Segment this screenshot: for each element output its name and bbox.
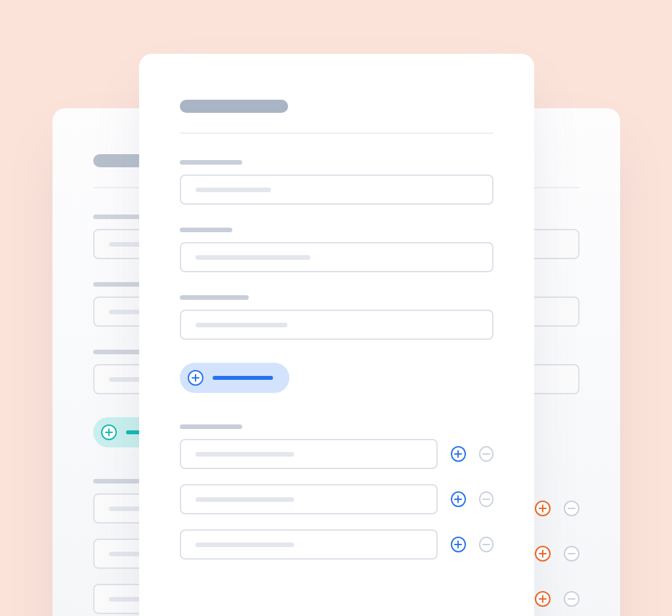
minus-circle-icon[interactable] (479, 537, 494, 552)
text-input[interactable]: value (180, 310, 494, 340)
add-item-label: Add item (213, 376, 273, 380)
form-title: Form Title (180, 100, 288, 113)
input-placeholder: item 3 (196, 543, 294, 547)
form-card-front: Form Title Field A value Field B value F… (139, 54, 534, 616)
minus-circle-icon[interactable] (479, 446, 494, 462)
list-row: item 1 (180, 439, 494, 469)
plus-circle-icon[interactable] (535, 591, 551, 607)
minus-circle-icon[interactable] (479, 491, 494, 507)
list-item-input[interactable]: item 3 (180, 529, 438, 560)
list-row: item 3 (180, 529, 494, 560)
minus-circle-icon[interactable] (564, 546, 579, 562)
field-label: Field A (180, 160, 242, 165)
input-placeholder: item 2 (196, 497, 294, 502)
text-input[interactable]: value (180, 175, 494, 205)
field-label: Field C (180, 295, 249, 300)
input-placeholder: value (196, 188, 271, 192)
input-placeholder: item 1 (196, 452, 294, 457)
list-item-input[interactable]: item 2 (180, 484, 438, 514)
list-row: item 2 (180, 484, 494, 514)
plus-circle-icon[interactable] (535, 546, 551, 562)
plus-circle-icon[interactable] (451, 491, 466, 507)
list-section-label: Items (180, 424, 242, 429)
plus-circle-icon[interactable] (451, 537, 466, 552)
list-item-input[interactable]: item 1 (180, 439, 438, 469)
divider (180, 133, 494, 134)
plus-circle-icon (188, 370, 203, 386)
input-placeholder: value (196, 323, 287, 327)
field-label: Field B (93, 282, 146, 287)
input-placeholder: value (196, 255, 310, 260)
minus-circle-icon[interactable] (564, 501, 579, 516)
add-item-button[interactable]: Add item (180, 363, 289, 393)
text-input[interactable]: value (180, 242, 494, 272)
plus-circle-icon (101, 424, 117, 440)
plus-circle-icon[interactable] (451, 446, 466, 462)
field-label: Field B (180, 228, 232, 232)
minus-circle-icon[interactable] (564, 591, 579, 607)
plus-circle-icon[interactable] (535, 501, 551, 516)
